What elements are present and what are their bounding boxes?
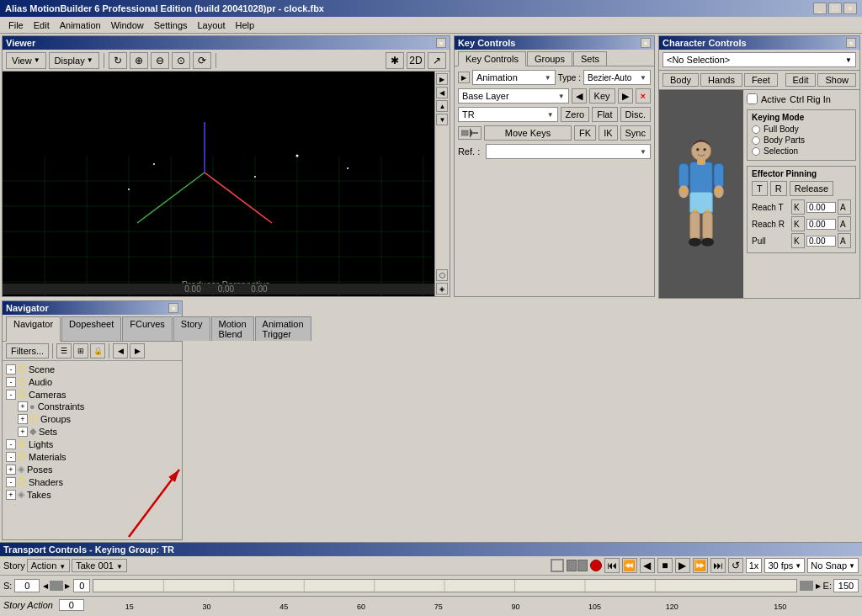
release-btn[interactable]: Release (790, 181, 833, 196)
start-val[interactable]: 0 (73, 579, 90, 592)
flat-btn[interactable]: Flat (592, 107, 617, 122)
timeline-fwd[interactable]: ▶ (64, 581, 71, 591)
groups-expand[interactable]: + (18, 414, 28, 424)
fit-btn[interactable]: ⊙ (172, 52, 190, 69)
sync-btn[interactable]: Sync (620, 125, 651, 141)
disc-btn[interactable]: Disc. (620, 107, 651, 122)
go-start-btn[interactable]: ⏮ (604, 558, 620, 573)
menu-edit[interactable]: Edit (29, 19, 55, 31)
reach-t-k-btn[interactable]: K (791, 199, 805, 215)
navigator-close[interactable]: × (168, 303, 178, 313)
timeline-back[interactable]: ◀ (42, 581, 49, 591)
r-btn[interactable]: R (770, 181, 787, 196)
key-btn[interactable]: Key (589, 88, 615, 104)
side-btn-1[interactable]: ▶ (436, 73, 448, 85)
tab-fcurves[interactable]: FCurves (122, 316, 173, 341)
ik-btn[interactable]: IK (599, 125, 617, 141)
key-controls-close[interactable]: × (641, 38, 651, 48)
scene-expand[interactable]: - (6, 364, 16, 374)
sets-expand[interactable]: + (18, 427, 28, 437)
menu-file[interactable]: File (3, 19, 29, 31)
move-keys-icon[interactable] (458, 126, 482, 140)
timeline-region-btn[interactable] (551, 559, 564, 572)
tab-animation-trigger[interactable]: Animation Trigger (255, 316, 311, 341)
materials-expand[interactable]: - (6, 452, 16, 462)
tab-feet[interactable]: Feet (744, 73, 778, 87)
tr-dropdown[interactable]: TR ▼ (458, 107, 558, 122)
menu-animation[interactable]: Animation (55, 19, 106, 31)
snap-icon[interactable]: ✱ (386, 52, 404, 69)
viewer-close-btn[interactable]: × (436, 38, 446, 48)
record-btn[interactable] (590, 560, 602, 571)
fps-dropdown[interactable]: 30 fps ▼ (764, 558, 805, 573)
zoom-out-btn[interactable]: ⊖ (151, 52, 169, 69)
2d-btn[interactable]: 2D (407, 52, 425, 69)
tree-item-scene[interactable]: - ⬡ Scene (4, 363, 180, 375)
take-dropdown[interactable]: Take 001 ▼ (72, 559, 127, 572)
edit-btn[interactable]: Edit (785, 73, 817, 87)
full-body-radio[interactable] (752, 125, 760, 134)
loop-btn[interactable]: ↺ (728, 558, 743, 573)
snap-dropdown[interactable]: No Snap ▼ (807, 558, 859, 573)
zoom-in-btn[interactable]: ⊕ (130, 52, 148, 69)
side-btn-3[interactable]: ▲ (436, 100, 448, 112)
play-back-btn[interactable]: ◀ (640, 558, 655, 573)
tree-item-takes[interactable]: + ◈ Takes (4, 488, 180, 501)
animation-expand[interactable]: ▶ (458, 72, 470, 83)
tree-item-poses[interactable]: + ◈ Poses (4, 463, 180, 475)
menu-settings[interactable]: Settings (149, 19, 193, 31)
s-field[interactable]: 0 (14, 579, 40, 592)
nav-forward-btn[interactable]: ▶ (130, 343, 145, 358)
maximize-btn[interactable]: □ (828, 3, 842, 14)
view-btn[interactable]: View ▼ (6, 52, 46, 69)
base-layer-dropdown[interactable]: Base Layer ▼ (458, 88, 569, 104)
shaders-expand[interactable]: - (6, 477, 16, 487)
step-fwd-btn[interactable]: ⏩ (693, 558, 708, 573)
tab-groups[interactable]: Groups (527, 51, 572, 66)
tree-item-shaders[interactable]: - ⬡ Shaders (4, 475, 180, 488)
tree-view-btn[interactable]: ⊞ (73, 343, 88, 358)
e-field[interactable]: 150 (833, 579, 859, 592)
reach-r-k-btn[interactable]: K (791, 216, 805, 231)
tab-dopesheet[interactable]: Dopesheet (61, 316, 121, 341)
show-btn[interactable]: Show (817, 73, 856, 87)
ref-dropdown[interactable]: ▼ (486, 144, 651, 159)
action-val-field[interactable]: 0 (59, 599, 84, 611)
e-marker[interactable] (800, 581, 813, 591)
move-keys-btn[interactable]: Move Keys (484, 125, 572, 141)
filters-btn[interactable]: Filters... (6, 343, 49, 358)
tab-hands[interactable]: Hands (700, 73, 742, 87)
takes-expand[interactable]: + (6, 490, 16, 500)
menu-help[interactable]: Help (231, 19, 260, 31)
side-btn-6[interactable]: ◈ (436, 283, 448, 295)
key-mode-2[interactable] (577, 560, 588, 571)
window-controls[interactable]: _ □ × (813, 3, 857, 14)
poses-expand[interactable]: + (6, 465, 16, 475)
active-checkbox[interactable] (747, 93, 758, 104)
char-selection-dropdown[interactable]: <No Selection> ▼ (662, 52, 856, 67)
menu-window[interactable]: Window (106, 19, 149, 31)
selection-radio[interactable] (752, 147, 760, 156)
timeline-marker[interactable] (50, 581, 63, 591)
tree-item-lights[interactable]: - ⬡ Lights (4, 438, 180, 450)
cameras-expand[interactable]: - (6, 390, 16, 400)
pull-a-btn[interactable]: A (838, 233, 851, 248)
tree-item-materials[interactable]: - ⬡ Materials (4, 450, 180, 463)
pull-k-btn[interactable]: K (791, 233, 805, 248)
tree-item-audio[interactable]: - ⬡ Audio (4, 375, 180, 388)
fullscreen-btn[interactable]: ↗ (428, 52, 446, 69)
reach-r-a-btn[interactable]: A (838, 216, 851, 231)
nav-forward-btn[interactable]: ▶ (618, 88, 633, 104)
t-btn[interactable]: T (752, 181, 768, 196)
list-view-btn[interactable]: ☰ (56, 343, 72, 358)
tab-body[interactable]: Body (662, 73, 699, 87)
tab-key-controls[interactable]: Key Controls (458, 51, 526, 66)
zero-btn[interactable]: Zero (561, 107, 590, 122)
tab-sets[interactable]: Sets (573, 51, 607, 66)
nav-back-btn[interactable]: ◀ (572, 88, 587, 104)
fk-btn[interactable]: FK (574, 125, 596, 141)
step-back-btn[interactable]: ⏪ (622, 558, 637, 573)
minimize-btn[interactable]: _ (813, 3, 827, 14)
rotate-btn[interactable]: ↻ (109, 52, 127, 69)
menu-layout[interactable]: Layout (193, 19, 231, 31)
